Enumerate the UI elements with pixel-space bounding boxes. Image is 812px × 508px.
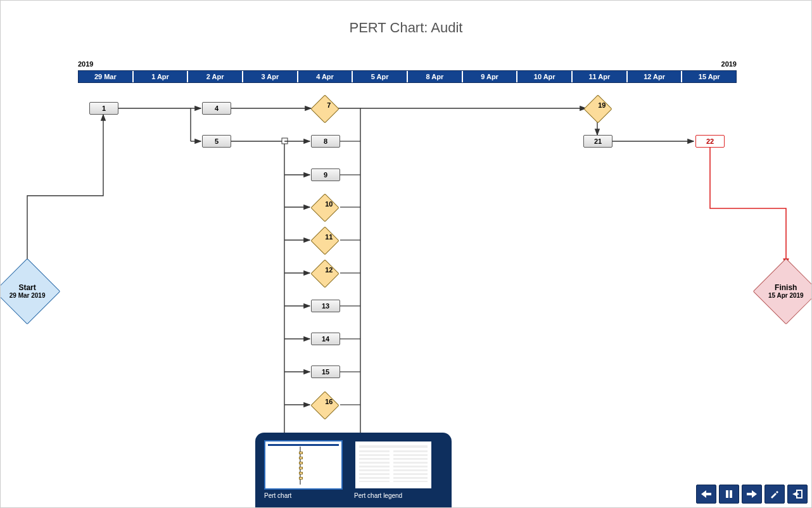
task-node[interactable]: 13: [311, 300, 340, 312]
task-node[interactable]: 4: [202, 102, 231, 115]
milestone-node[interactable]: 7: [315, 99, 335, 119]
chart-canvas: Start29 Mar 2019 Finish15 Apr 2019 1 4 5…: [1, 1, 812, 508]
task-node[interactable]: 14: [311, 333, 340, 345]
task-node[interactable]: 9: [311, 168, 340, 181]
thumbnail-pert-legend[interactable]: Pert chart legend: [354, 440, 433, 504]
task-node[interactable]: 1: [89, 102, 118, 115]
start-date: 29 Mar 2019: [10, 292, 46, 299]
next-button[interactable]: [742, 485, 762, 504]
nav-toolbar: [696, 485, 808, 504]
svg-rect-2: [730, 490, 732, 498]
settings-button[interactable]: [764, 485, 785, 504]
connector-lines: [1, 1, 812, 508]
task-node[interactable]: 21: [583, 135, 612, 148]
task-node[interactable]: 5: [202, 135, 231, 148]
thumbnail-label: Pert chart legend: [354, 492, 433, 499]
milestone-node[interactable]: 11: [315, 231, 335, 251]
critical-task-node[interactable]: 22: [695, 135, 725, 148]
finish-date: 15 Apr 2019: [768, 292, 804, 299]
task-node[interactable]: 15: [311, 365, 340, 378]
svg-rect-1: [726, 490, 728, 498]
milestone-node[interactable]: 19: [588, 99, 608, 119]
finish-label: Finish: [775, 283, 797, 292]
svg-rect-0: [282, 138, 288, 144]
thumbnail-label: Pert chart: [264, 492, 343, 499]
prev-button[interactable]: [696, 485, 716, 504]
exit-button[interactable]: [787, 485, 808, 504]
start-label: Start: [18, 283, 35, 292]
milestone-node[interactable]: 10: [315, 198, 335, 218]
view-switcher-panel: Pert chart Pert chart legend: [255, 433, 452, 507]
task-node[interactable]: 8: [311, 135, 340, 148]
pause-button[interactable]: [719, 485, 739, 504]
milestone-node[interactable]: 16: [315, 395, 335, 416]
milestone-node[interactable]: 12: [315, 264, 335, 284]
thumbnail-pert-chart[interactable]: Pert chart: [264, 440, 343, 504]
start-node[interactable]: Start29 Mar 2019: [4, 268, 51, 315]
finish-node[interactable]: Finish15 Apr 2019: [763, 268, 809, 315]
